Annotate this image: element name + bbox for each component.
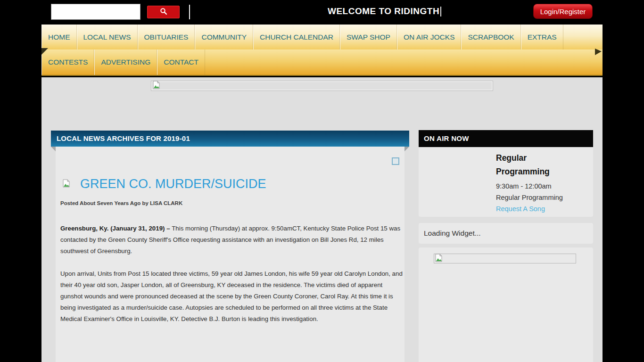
main-column: LOCAL NEWS ARCHIVES FOR 2019-01 [51, 131, 409, 362]
archive-bar-fold-right-icon [404, 147, 409, 152]
broken-image-icon [63, 179, 70, 189]
on-air-now-header: ON AIR NOW [419, 130, 593, 147]
top-header-bar: WELCOME TO RIDINGTH Login/Register [41, 0, 603, 25]
on-air-show-info: Regular Programming 9:30am - 12:00am Reg… [496, 151, 586, 214]
welcome-marquee-text: WELCOME TO RIDINGTH [328, 6, 441, 16]
on-air-now-widget: Regular Programming 9:30am - 12:00am Reg… [419, 147, 593, 217]
nav-item-swap-shop[interactable]: SWAP SHOP [340, 25, 397, 49]
nav-item-advertising[interactable]: ADVERTISING [94, 49, 157, 75]
nav-item-obituaries[interactable]: OBITUARIES [138, 25, 195, 49]
main-navigation: HOME LOCAL NEWS OBITUARIES COMMUNITY CHU… [41, 25, 603, 76]
article-byline: Posted About Seven Years Ago by LISA CLA… [60, 200, 182, 206]
nav-item-local-news[interactable]: LOCAL NEWS [77, 25, 138, 49]
content-area: LOCAL NEWS ARCHIVES FOR 2019-01 [41, 77, 603, 362]
show-title: Regular Programming [496, 151, 564, 179]
archive-header-bar: LOCAL NEWS ARCHIVES FOR 2019-01 [51, 131, 409, 147]
show-name: Regular Programming [496, 192, 586, 203]
typing-caret-icon [440, 7, 441, 16]
show-time: 9:30am - 12:00am [496, 181, 586, 192]
nav-item-extras[interactable]: EXTRAS [521, 25, 563, 49]
nav-fold-left-icon [41, 48, 48, 55]
broken-image-icon [435, 254, 442, 264]
header-divider [189, 5, 190, 19]
nav-row-1: HOME LOCAL NEWS OBITUARIES COMMUNITY CHU… [41, 25, 603, 49]
search-button[interactable] [147, 6, 180, 18]
article-paragraph-2: Upon arrival, Units from Post 15 located… [60, 268, 403, 325]
article-title-link[interactable]: GREEN CO. MURDER/SUICIDE [80, 177, 266, 191]
login-register-button[interactable]: Login/Register [533, 4, 593, 19]
nav-item-community[interactable]: COMMUNITY [195, 25, 253, 49]
article-panel: GREEN CO. MURDER/SUICIDE Posted About Se… [56, 147, 405, 362]
sidebar-image-placeholder[interactable] [434, 254, 576, 263]
request-a-song-link[interactable]: Request A Song [496, 203, 586, 214]
article-dateline: Greensburg, Ky. (January 31, 2019) – [60, 225, 172, 232]
broken-image-icon [153, 81, 160, 91]
nav-item-church-calendar[interactable]: CHURCH CALENDAR [253, 25, 340, 49]
article-title-row: GREEN CO. MURDER/SUICIDE [63, 177, 266, 191]
nav-item-on-air-jocks[interactable]: ON AIR JOCKS [397, 25, 462, 49]
nav-fold-right-icon [595, 49, 602, 55]
nav-row-2: CONTESTS ADVERTISING CONTACT [41, 49, 603, 75]
page-background: WELCOME TO RIDINGTH Login/Register HOME … [0, 0, 644, 362]
article-paragraph-1: Greensburg, Ky. (January 31, 2019) – Thi… [60, 223, 403, 257]
banner-ad-placeholder[interactable] [151, 81, 493, 91]
search-input[interactable] [51, 4, 140, 20]
nav-item-contests[interactable]: CONTESTS [41, 49, 94, 75]
loading-widget-box: Loading Widget... [419, 223, 593, 244]
nav-item-contact[interactable]: CONTACT [157, 49, 205, 75]
unloaded-icon-placeholder [392, 157, 399, 165]
site-page: WELCOME TO RIDINGTH Login/Register HOME … [41, 0, 603, 362]
sidebar-widget-box [419, 247, 593, 362]
sidebar: ON AIR NOW Regular Programming 9:30am - … [419, 130, 593, 362]
nav-item-scrapbook[interactable]: SCRAPBOOK [461, 25, 520, 49]
nav-item-home[interactable]: HOME [41, 25, 77, 49]
search-icon [160, 8, 167, 16]
